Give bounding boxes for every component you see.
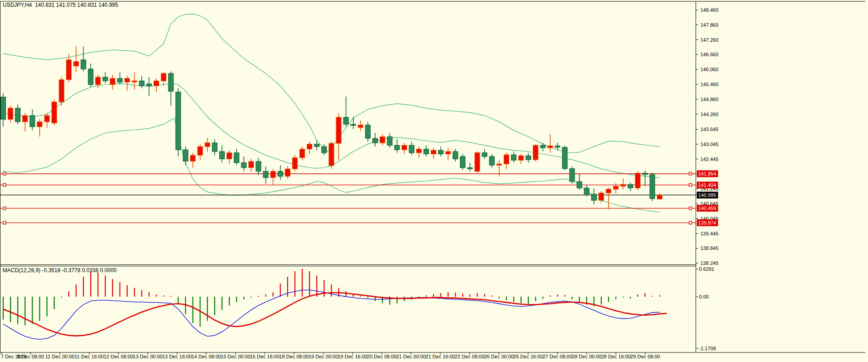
candle-body-bear — [220, 152, 225, 159]
candle-body-bear — [241, 163, 246, 168]
candle-body-bear — [453, 152, 458, 159]
candle-body-bull — [8, 108, 13, 119]
mt4-chart-window: USDJPY,H4 140.831 141.075 140.831 140.99… — [0, 0, 868, 362]
candle-body-bull — [657, 195, 662, 199]
macd-axis-label: -1.1708 — [699, 346, 716, 351]
candle-body-bull — [336, 117, 341, 143]
candle-body-bear — [569, 169, 574, 181]
hline-handle[interactable] — [3, 172, 6, 175]
hline-handle[interactable] — [3, 221, 6, 224]
candle-body-bear — [439, 150, 444, 154]
candle-body-bear — [555, 146, 560, 147]
hline-handle[interactable] — [3, 207, 6, 210]
candle-body-bull — [504, 155, 509, 164]
candle-body-bull — [497, 164, 502, 165]
candle-body-bear — [176, 92, 181, 150]
time-axis-label: 26 Dec 16:00 — [513, 354, 543, 359]
candle-body-bull — [380, 137, 385, 143]
price-axis-label: 139.445 — [700, 231, 719, 236]
candle-body-bull — [621, 185, 626, 186]
price-axis-label: 147.260 — [700, 37, 719, 43]
candle-body-bull — [475, 153, 480, 171]
candle-body-bear — [183, 150, 188, 161]
candle-body-bull — [270, 171, 275, 178]
candle-body-bear — [30, 116, 35, 127]
macd-indicator-label: MACD(12,26,9) -0.3518 -0.3778 0.0338 0.0… — [3, 267, 117, 274]
candle-body-bear — [395, 145, 400, 150]
candle-body-bear — [351, 124, 356, 126]
time-axis-label: 19 Dec 16:00 — [338, 354, 367, 359]
candle-body-bull — [52, 102, 57, 123]
candle-body-bear — [88, 69, 93, 84]
time-axis-label: 21 Dec 00:00 — [396, 354, 426, 359]
time-axis-label: 14 Dec 08:00 — [191, 354, 221, 359]
candle-body-bear — [387, 137, 392, 145]
candle-body-bull — [110, 78, 115, 85]
price-axis-label: 146.660 — [700, 52, 719, 57]
candle-body-bear — [234, 153, 239, 163]
time-axis-label: 15 Dec 00:00 — [221, 354, 250, 359]
hline-handle[interactable] — [689, 184, 692, 186]
time-axis-label: 28 Dec 00:00 — [572, 354, 601, 359]
candle-body-bull — [249, 161, 254, 168]
price-axis-label: 144.860 — [700, 97, 719, 102]
candle-body-bear — [482, 153, 487, 157]
macd-signal-line — [3, 293, 667, 336]
price-axis-label: 143.645 — [700, 127, 719, 132]
candle-body-bear — [322, 147, 327, 153]
candle-body-bull — [635, 173, 640, 188]
candle-body-bull — [285, 169, 290, 176]
time-axis-label: 19 Dec 00:00 — [309, 354, 338, 359]
candle-body-bear — [343, 117, 348, 124]
price-axis-label: 144.260 — [700, 112, 719, 117]
candle-body-bear — [577, 181, 582, 188]
time-axis-label: 11 Dec 16:00 — [74, 354, 104, 359]
candle-body-bear — [526, 156, 531, 160]
time-axis-label: 11 Dec 00:00 — [45, 354, 75, 359]
candle-body-bull — [37, 122, 42, 127]
time-axis-label: 21 Dec 16:00 — [425, 354, 455, 359]
candle-body-bull — [300, 149, 305, 158]
candle-body-bear — [278, 171, 283, 176]
candle-body-bull — [599, 193, 604, 200]
chart-canvas[interactable] — [0, 0, 868, 362]
time-axis-label: 26 Dec 00:00 — [484, 354, 513, 359]
time-axis-label: 18 Dec 08:00 — [279, 354, 309, 359]
candle-body-bull — [59, 80, 64, 102]
candle-body-bear — [540, 145, 545, 147]
candle-body-bear — [15, 108, 20, 122]
candle-body-bull — [154, 81, 159, 86]
time-axis-label: 13 Dec 16:00 — [162, 354, 192, 359]
bollinger-upper-band — [3, 14, 660, 153]
hline-handle[interactable] — [689, 207, 692, 210]
time-axis-label: 8 Dec 08:00 — [17, 354, 44, 359]
candle-body-bull — [446, 152, 451, 154]
price-axis-label: 146.060 — [700, 67, 719, 72]
candle-body-bear — [169, 73, 174, 91]
candle-body-bull — [519, 156, 524, 160]
candle-body-bull — [358, 125, 363, 127]
candle-body-bear — [256, 161, 261, 171]
price-level-badge: 141.404 — [697, 181, 718, 188]
candle-body-bull — [227, 153, 232, 159]
candle-body-bull — [205, 143, 210, 147]
price-axis-label: 145.460 — [700, 82, 719, 87]
candle-body-bull — [293, 158, 298, 169]
hline-handle[interactable] — [3, 184, 6, 186]
time-axis-label: 29 Dec 08:00 — [630, 354, 660, 359]
candle-body-bear — [212, 143, 217, 152]
candle-body-bull — [23, 116, 28, 122]
candle-body-bear — [511, 155, 516, 160]
candle-body-bull — [402, 145, 407, 150]
candle-body-bear — [366, 125, 371, 139]
candle-body-bear — [373, 138, 378, 143]
time-axis-label: 12 Dec 08:00 — [104, 354, 133, 359]
candle-body-bull — [74, 62, 79, 66]
hline-handle[interactable] — [689, 172, 692, 175]
candle-body-bear — [147, 84, 152, 86]
hline-handle[interactable] — [689, 221, 692, 224]
bid-price-badge: 140.995 — [697, 191, 718, 198]
candle-body-bear — [628, 185, 633, 188]
macd-axis-label: 0.00 — [699, 294, 709, 299]
candle-body-bull — [66, 60, 71, 80]
